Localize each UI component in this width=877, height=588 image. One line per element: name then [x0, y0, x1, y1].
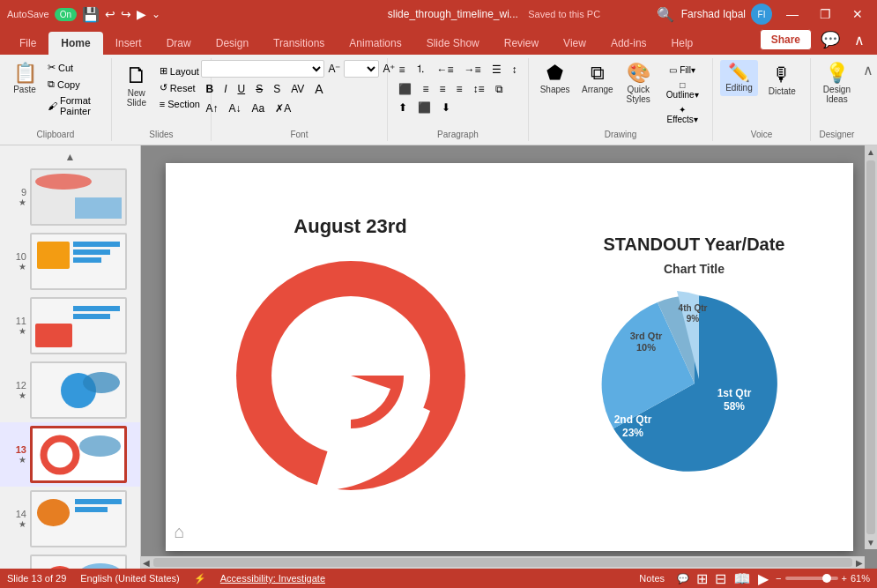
editing-button[interactable]: ✏️ Editing [720, 60, 758, 96]
shapes-button[interactable]: ⬟ Shapes [536, 60, 574, 98]
tab-transitions[interactable]: Transitions [261, 32, 337, 55]
align-bottom-button[interactable]: ⬇ [437, 100, 455, 115]
shape-effects-button[interactable]: ✦ Effects▾ [659, 103, 705, 126]
scroll-right-arrow[interactable]: ▶ [854, 556, 865, 569]
bold-button[interactable]: B [201, 81, 218, 97]
clear-format-button[interactable]: ✗A [271, 100, 295, 116]
align-right-button[interactable]: ≡ [435, 81, 450, 97]
paste-button[interactable]: 📋 Paste [7, 60, 42, 98]
font-color-button[interactable]: A [310, 80, 327, 98]
zoom-slider[interactable] [785, 577, 838, 580]
autosave-toggle[interactable]: On [55, 8, 77, 21]
shadow-button[interactable]: S [269, 81, 285, 97]
ribbon-expand-icon[interactable]: ∧ [863, 62, 873, 78]
scroll-thumb-v[interactable] [866, 160, 875, 534]
vertical-scrollbar[interactable]: ▲ ▼ [865, 145, 877, 549]
char-spacing-button[interactable]: AV [286, 81, 308, 97]
numbered-list-button[interactable]: ⒈ [411, 60, 430, 78]
collapse-ribbon-icon[interactable]: ∧ [849, 30, 870, 50]
dictate-button[interactable]: 🎙 Dictate [762, 60, 803, 100]
comments-button[interactable]: 💬 [677, 573, 689, 584]
tab-file[interactable]: File [7, 32, 48, 55]
reset-button[interactable]: ↺Reset [156, 80, 204, 95]
tab-addins[interactable]: Add-ins [598, 32, 659, 55]
slide-item-12[interactable]: 12 ★ [0, 358, 140, 422]
text-direction-button[interactable]: ↕ [508, 62, 522, 78]
accessibility-text[interactable]: Accessibility: Investigate [220, 573, 325, 584]
close-btn[interactable]: ✕ [845, 5, 870, 23]
tab-review[interactable]: Review [492, 32, 551, 55]
share-button[interactable]: Share [760, 29, 812, 50]
tab-animations[interactable]: Animations [337, 32, 413, 55]
save-icon[interactable]: 💾 [82, 6, 100, 23]
quick-styles-button[interactable]: 🎨 QuickStyles [621, 60, 656, 108]
horizontal-scrollbar[interactable]: ◀ ▶ [141, 556, 865, 569]
shape-fill-button[interactable]: ▭ Fill▾ [659, 63, 705, 77]
font-size-down[interactable]: A⁻ [326, 61, 342, 77]
increase-indent-button[interactable]: →≡ [459, 62, 485, 78]
tab-view[interactable]: View [551, 32, 598, 55]
tab-insert[interactable]: Insert [103, 32, 154, 55]
slide-sorter-button[interactable]: ⊟ [715, 570, 726, 587]
italic-button[interactable]: I [219, 81, 231, 97]
scroll-up-icon[interactable]: ▲ [65, 151, 76, 163]
design-ideas-button[interactable]: 💡 DesignIdeas [818, 60, 856, 108]
normal-view-button[interactable]: ⊞ [696, 570, 708, 587]
slide-item-13[interactable]: 13 ★ [0, 422, 140, 487]
increase-font-button[interactable]: A↑ [201, 100, 222, 116]
zoom-level[interactable]: 61% [851, 573, 870, 584]
layout-button[interactable]: ⊞Layout [156, 63, 204, 78]
font-size-select[interactable] [344, 60, 379, 78]
copy-button[interactable]: ⧉ Copy [44, 77, 104, 92]
scroll-left-arrow[interactable]: ◀ [141, 556, 152, 569]
slide-item-11[interactable]: 11 ★ [0, 294, 140, 358]
comments-icon[interactable]: 💬 [815, 28, 845, 51]
line-spacing-button[interactable]: ↕≡ [469, 81, 489, 97]
zoom-in-button[interactable]: + [842, 573, 847, 584]
cut-button[interactable]: ✂ Cut [44, 60, 104, 75]
decrease-indent-button[interactable]: ←≡ [432, 62, 457, 78]
zoom-out-button[interactable]: − [776, 573, 781, 584]
tab-help[interactable]: Help [659, 32, 706, 55]
font-family-select[interactable] [201, 60, 324, 78]
search-icon[interactable]: 🔍 [657, 6, 674, 23]
scroll-up-arrow[interactable]: ▲ [865, 145, 877, 159]
section-button[interactable]: ≡Section [156, 97, 204, 111]
notes-button[interactable]: Notes [634, 573, 670, 584]
slide-item-15[interactable]: 15 ★ ? [0, 551, 140, 569]
home-button[interactable]: ⌂ [175, 522, 185, 542]
tab-home[interactable]: Home [48, 32, 102, 55]
customize-icon[interactable]: ⌄ [152, 8, 160, 20]
decrease-font-button[interactable]: A↓ [224, 100, 245, 116]
align-top-button[interactable]: ⬆ [394, 100, 412, 115]
arrange-button[interactable]: ⧉ Arrange [577, 60, 617, 98]
slideshow-button[interactable]: ▶ [758, 570, 769, 587]
strikethrough-button[interactable]: S [251, 81, 267, 97]
columns-button[interactable]: ☰ [487, 62, 506, 78]
slide-item-10[interactable]: 10 ★ [0, 229, 140, 294]
redo-icon[interactable]: ↪ [121, 7, 131, 21]
tab-design[interactable]: Design [204, 32, 261, 55]
slide-item-9[interactable]: 9 ★ [0, 165, 140, 229]
shape-outline-button[interactable]: □ Outline▾ [659, 78, 705, 101]
scroll-down-arrow[interactable]: ▼ [865, 536, 877, 549]
new-slide-button[interactable]: 🗋 NewSlide [119, 60, 154, 111]
underline-button[interactable]: U [233, 81, 249, 97]
align-center-button[interactable]: ≡ [418, 81, 433, 97]
case-button[interactable]: Aa [247, 100, 269, 116]
maximize-btn[interactable]: ❐ [813, 5, 838, 23]
undo-icon[interactable]: ↩ [105, 7, 115, 21]
slide-item-14[interactable]: 14 ★ [0, 487, 140, 551]
smart-art-button[interactable]: ⧉ [491, 81, 508, 97]
present-icon[interactable]: ▶ [137, 7, 146, 21]
align-justify-button[interactable]: ≡ [451, 81, 466, 97]
format-painter-button[interactable]: 🖌 Format Painter [44, 93, 104, 118]
reading-view-button[interactable]: 📖 [733, 570, 751, 587]
scroll-thumb-h[interactable] [153, 558, 852, 567]
align-left-button[interactable]: ⬛ [394, 81, 416, 97]
restore-btn[interactable]: — [779, 5, 806, 23]
align-middle-button[interactable]: ⬛ [413, 100, 435, 115]
bullet-list-button[interactable]: ≡ [394, 62, 409, 78]
tab-slideshow[interactable]: Slide Show [414, 32, 492, 55]
tab-draw[interactable]: Draw [154, 32, 204, 55]
